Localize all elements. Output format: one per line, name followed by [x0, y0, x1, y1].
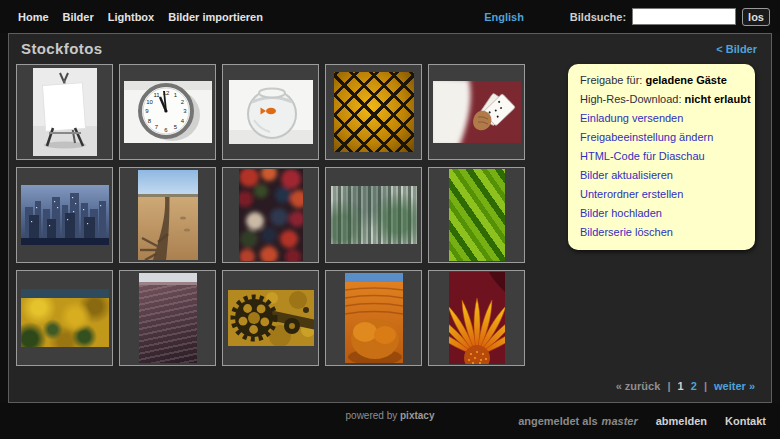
thumbnail-goldfish-bowl[interactable] — [222, 64, 319, 160]
action-html-code-slideshow[interactable]: HTML-Code für Diaschau — [580, 147, 743, 166]
footer: powered by pixtacy angemeldet als master… — [0, 403, 780, 439]
svg-text:10: 10 — [146, 99, 153, 105]
rusty-gears-photo — [228, 290, 314, 346]
orange-dune-photo — [345, 273, 403, 363]
autumn-hillside-photo — [21, 289, 109, 347]
birch-forest-photo — [331, 186, 417, 244]
thumbnail-wall-clock[interactable]: 1212 345 678 91011 — [119, 64, 216, 160]
thumbnail-palm-tree-shadow-beach[interactable] — [119, 167, 216, 263]
action-refresh-images[interactable]: Bilder aktualisieren — [580, 166, 743, 185]
page-title: Stockfotos — [21, 40, 103, 57]
pagination-page-2-link[interactable]: 2 — [691, 380, 697, 392]
pagination-next-link[interactable]: weiter » — [714, 380, 755, 392]
orange-gerbera-photo — [449, 272, 505, 364]
search-input[interactable] — [632, 8, 736, 25]
canvas-on-easel-photo — [33, 68, 97, 156]
thumbnail-green-palm-leaves[interactable] — [428, 167, 525, 263]
thumbnail-autumn-hillside[interactable] — [16, 270, 113, 366]
action-delete-series[interactable]: Bilderserie löschen — [580, 223, 743, 242]
powered-by-note: powered by pixtacy — [346, 410, 435, 421]
pagination-separator: | — [667, 380, 670, 392]
logout-link[interactable]: abmelden — [656, 415, 707, 427]
city-skyline-photo — [21, 185, 109, 245]
highres-info-line: High-Res-Download: nicht erlaubt — [580, 90, 743, 109]
wall-clock-photo: 1212 345 678 91011 — [124, 81, 212, 143]
playing-cards-photo — [433, 81, 521, 143]
action-change-share-settings[interactable]: Freigabeeinstellung ändern — [580, 128, 743, 147]
goldfish-bowl-photo — [229, 80, 313, 144]
language-switch-link[interactable]: English — [484, 11, 524, 23]
menu-item-bilder[interactable]: Bilder — [63, 11, 94, 23]
thumbnail-dark-sand-dune[interactable] — [119, 270, 216, 366]
thumbnail-orange-gerbera[interactable] — [428, 270, 525, 366]
folder-actions-panel: Freigabe für: geladene Gäste High-Res-Do… — [568, 64, 755, 250]
green-palm-leaves-photo — [449, 169, 505, 261]
search-go-button[interactable]: los — [742, 8, 770, 26]
username: master — [602, 415, 638, 427]
thumbnail-chain-link-fence[interactable] — [325, 64, 422, 160]
action-send-invitation[interactable]: Einladung versenden — [580, 109, 743, 128]
search-label: Bildsuche: — [570, 11, 626, 23]
thumbnail-rusty-gears[interactable] — [222, 270, 319, 366]
pagination-separator-2: | — [704, 380, 707, 392]
action-upload-images[interactable]: Bilder hochladen — [580, 204, 743, 223]
thumbnail-birch-forest[interactable] — [325, 167, 422, 263]
thumbnail-grid: 1212 345 678 91011 — [16, 64, 525, 366]
action-create-subfolder[interactable]: Unterordner erstellen — [580, 185, 743, 204]
thumbnail-orange-dune-with-bush[interactable] — [325, 270, 422, 366]
contact-link[interactable]: Kontakt — [725, 415, 766, 427]
thumbnail-canvas-on-easel[interactable] — [16, 64, 113, 160]
chain-link-fence-photo — [334, 72, 414, 152]
pagination-page-1-current: 1 — [678, 380, 684, 392]
topbar: Home Bilder Lightbox Bilder importieren … — [0, 0, 780, 33]
svg-text:11: 11 — [153, 92, 160, 98]
palm-shadow-photo — [138, 170, 198, 260]
brand-name: pixtacy — [400, 410, 434, 421]
thumbnail-hand-with-playing-cards[interactable] — [428, 64, 525, 160]
session-info: angemeldet als master abmelden Kontakt — [518, 415, 766, 427]
pagination: « zurück | 1 2 | weiter » — [612, 380, 755, 392]
thumbnail-autumn-leaves[interactable] — [222, 167, 319, 263]
back-to-bilder-link[interactable]: < Bilder — [716, 43, 757, 55]
dark-sand-dune-photo — [139, 273, 197, 363]
thumbnail-city-skyline-dusk[interactable] — [16, 167, 113, 263]
pagination-prev: « zurück — [616, 380, 661, 392]
autumn-leaves-photo — [239, 169, 303, 261]
menu-item-home[interactable]: Home — [18, 11, 49, 23]
main-menu: Home Bilder Lightbox Bilder importieren — [18, 11, 277, 23]
logged-in-label: angemeldet als — [518, 415, 597, 427]
menu-item-bilder-importieren[interactable]: Bilder importieren — [168, 11, 263, 23]
share-info-line: Freigabe für: geladene Gäste — [580, 71, 743, 90]
content-panel: Stockfotos < Bilder — [8, 33, 772, 403]
menu-item-lightbox[interactable]: Lightbox — [108, 11, 154, 23]
